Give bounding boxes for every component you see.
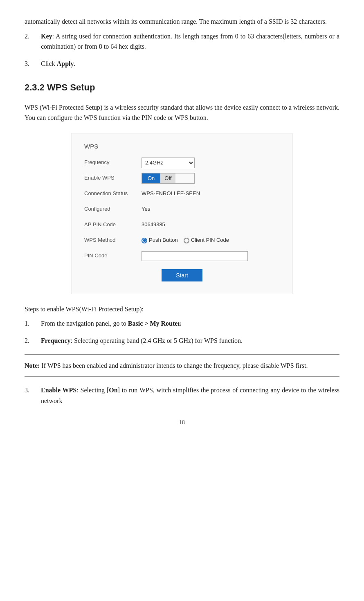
- wps-label-configured: Configured: [84, 205, 142, 214]
- radio-label-push: Push Button: [149, 236, 178, 245]
- radio-label-client: Client PIN Code: [191, 236, 229, 245]
- wps-label-connection-status: Connection Status: [84, 189, 142, 198]
- steps-intro: Steps to enable WPS(Wi-Fi Protected Setu…: [25, 304, 339, 315]
- intro-paragraph: automatically detect all networks within…: [25, 16, 339, 27]
- wps-toggle[interactable]: On Off: [142, 173, 195, 184]
- wps-label-frequency: Frequency: [84, 158, 142, 167]
- wps-start-button[interactable]: Start: [162, 269, 202, 281]
- note-block: Note: If WPS has been enabled and admini…: [25, 354, 339, 377]
- wps-row-frequency: Frequency 2.4GHz 5GHz: [84, 157, 280, 169]
- wps-label-ap-pin: AP PIN Code: [84, 221, 142, 229]
- wps-label-enable: Enable WPS: [84, 174, 142, 182]
- radio-dot-push: [142, 238, 147, 243]
- list-item-3: 3. Click Apply.: [25, 59, 339, 69]
- page-number: 18: [25, 418, 339, 427]
- note-label: Note:: [25, 362, 40, 369]
- radio-dot-client: [184, 238, 189, 243]
- pin-code-input[interactable]: [142, 251, 248, 261]
- radio-push-button[interactable]: Push Button: [142, 236, 178, 245]
- wps-label-method: WPS Method: [84, 236, 142, 245]
- section-heading: 2.3.2 WPS Setup: [25, 80, 339, 95]
- section-description: WPS (Wi-Fi Protected Setup) is a wireles…: [25, 102, 339, 123]
- wps-row-connection-status: Connection Status WPS-ENROLLEE-SEEN: [84, 188, 280, 200]
- wps-label-pin-code: PIN Code: [84, 252, 142, 260]
- wps-panel: WPS Frequency 2.4GHz 5GHz Enable WPS On …: [72, 133, 292, 294]
- wps-row-ap-pin: AP PIN Code 30649385: [84, 219, 280, 231]
- wps-value-configured: Yes: [142, 205, 280, 214]
- wps-value-method: Push Button Client PIN Code: [142, 236, 280, 245]
- wps-value-enable: On Off: [142, 173, 280, 184]
- wps-method-radio-group: Push Button Client PIN Code: [142, 236, 280, 245]
- frequency-select[interactable]: 2.4GHz 5GHz: [142, 158, 195, 168]
- wps-value-ap-pin: 30649385: [142, 221, 280, 229]
- wps-row-method: WPS Method Push Button Client PIN Code: [84, 235, 280, 246]
- toggle-off-button[interactable]: Off: [160, 173, 175, 184]
- wps-panel-title: WPS: [84, 142, 280, 151]
- step-3: 3. Enable WPS: Selecting [On] to run WPS…: [25, 385, 339, 406]
- note-text: If WPS has been enabled and administrato…: [41, 362, 308, 369]
- wps-row-pin-code: PIN Code: [84, 250, 280, 262]
- wps-value-connection-status: WPS-ENROLLEE-SEEN: [142, 189, 280, 198]
- toggle-on-button[interactable]: On: [142, 173, 160, 184]
- list-item-2: 2. Key: A string used for connection aut…: [25, 31, 339, 52]
- wps-value-frequency[interactable]: 2.4GHz 5GHz: [142, 158, 280, 168]
- step-2: 2. Frequency: Selecting operating band (…: [25, 335, 339, 346]
- wps-row-configured: Configured Yes: [84, 204, 280, 215]
- wps-value-pin-code[interactable]: [142, 251, 280, 261]
- radio-client-pin[interactable]: Client PIN Code: [184, 236, 229, 245]
- wps-row-enable: Enable WPS On Off: [84, 173, 280, 184]
- step-1: 1. From the navigation panel, go to Basi…: [25, 318, 339, 329]
